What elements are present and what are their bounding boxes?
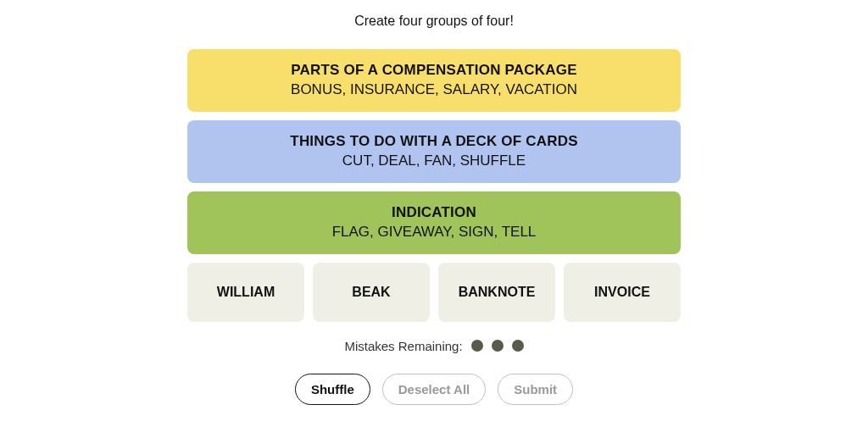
action-buttons: Shuffle Deselect All Submit: [295, 374, 573, 405]
mistake-dot-icon: [512, 340, 524, 352]
mistakes-label: Mistakes Remaining:: [344, 339, 462, 353]
instructions-text: Create four groups of four!: [354, 14, 514, 29]
shuffle-button[interactable]: Shuffle: [295, 374, 370, 405]
solved-group-green: INDICATION FLAG, GIVEAWAY, SIGN, TELL: [187, 191, 681, 254]
solved-group-yellow: PARTS OF A COMPENSATION PACKAGE BONUS, I…: [187, 49, 681, 112]
word-tile[interactable]: BANKNOTE: [438, 263, 555, 322]
word-tile[interactable]: WILLIAM: [187, 263, 304, 322]
tile-row: WILLIAM BEAK BANKNOTE INVOICE: [187, 263, 681, 322]
mistake-dot-icon: [471, 340, 483, 352]
word-tile[interactable]: BEAK: [313, 263, 430, 322]
solved-words: FLAG, GIVEAWAY, SIGN, TELL: [196, 223, 672, 242]
solved-words: BONUS, INSURANCE, SALARY, VACATION: [196, 80, 672, 100]
game-board: PARTS OF A COMPENSATION PACKAGE BONUS, I…: [187, 49, 681, 322]
solved-category: THINGS TO DO WITH A DECK OF CARDS: [196, 132, 672, 152]
solved-category: PARTS OF A COMPENSATION PACKAGE: [196, 61, 672, 80]
solved-words: CUT, DEAL, FAN, SHUFFLE: [196, 152, 672, 171]
word-tile[interactable]: INVOICE: [564, 263, 681, 322]
deselect-all-button[interactable]: Deselect All: [382, 374, 487, 405]
mistake-dots: [471, 340, 524, 352]
solved-category: INDICATION: [196, 203, 672, 223]
mistake-dot-icon: [492, 340, 504, 352]
mistakes-remaining: Mistakes Remaining:: [344, 339, 523, 353]
submit-button[interactable]: Submit: [498, 374, 573, 405]
solved-group-blue: THINGS TO DO WITH A DECK OF CARDS CUT, D…: [187, 120, 681, 183]
